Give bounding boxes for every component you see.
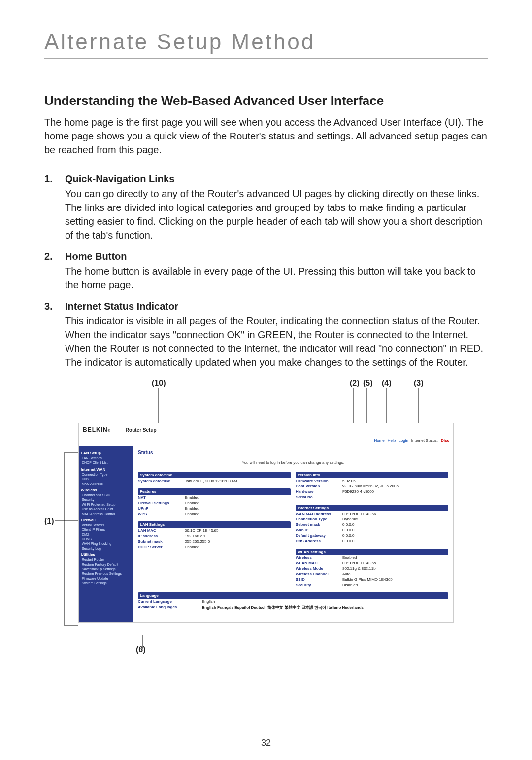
kv-row: SecurityDisabled [296,582,448,587]
sidebar-item[interactable]: Connection Type [82,473,131,477]
kv-key: Connection Type [296,517,342,521]
kv-value: F5D9230-4 v5000 [342,489,448,494]
kv-row: WPSEnabled [138,511,291,517]
kv-value: 192.168.2.1 [185,534,291,538]
kv-value: 00:1C:DF:1E:43:65 [185,528,291,533]
box-version-info: Version InfoFirmware Version5.02.05Boot … [296,472,448,500]
sidebar-item[interactable]: System Settings [82,581,131,585]
shot-header: BELKIN® Router Setup [79,423,453,436]
kv-key: LAN MAC [138,528,185,533]
sidebar-heading[interactable]: Wireless [81,488,131,492]
page-number: 32 [0,738,532,748]
router-setup-label: Router Setup [126,427,157,433]
sidebar-item[interactable]: Wi-Fi Protected Setup [82,503,131,507]
kv-row: DHCP ServerEnabled [138,544,291,550]
sidebar-item[interactable]: DHCP Client List [82,461,131,465]
sidebar-heading[interactable]: Internet WAN [81,467,131,472]
sidebar-item[interactable]: Channel and SSID [82,493,131,497]
status-value: Disc [441,438,449,443]
kv-key: SSID [296,577,342,582]
kv-value: 5.02.05 [342,479,448,483]
kv-row: Wan IP0.0.0.0 [296,527,448,533]
item-body: This indicator is visible in all pages o… [65,314,488,369]
kv-value: Disabled [342,583,448,587]
main-panel: Status You will need to log in before yo… [133,446,453,622]
callout-6: (6) [136,645,146,654]
kv-row: IP address192.168.2.1 [138,533,291,539]
kv-key: Boot Version [296,484,342,488]
sidebar-item[interactable]: LAN Settings [82,456,131,460]
sidebar-item[interactable]: WAN Ping Blocking [82,542,131,546]
kv-row: System date/timeJanuary 1 , 2008 12:01:0… [138,478,291,484]
box-internet-settings: Internet SettingsWAN MAC address00:1C:DF… [296,505,448,544]
callout-4: (4) [382,379,392,388]
sidebar-item[interactable]: Virtual Servers [82,523,131,527]
topbar: Home Help Login Internet Status: Disc [79,436,453,446]
kv-key: Subnet mask [138,539,185,544]
sidebar-item[interactable]: Restore Factory Default [82,563,131,567]
kv-value: 0.0.0.0 [342,533,448,538]
kv-key: WLAN MAC [296,561,342,565]
sidebar-item[interactable]: DNS [82,477,131,481]
kv-value: Enabled [185,545,291,549]
sidebar-heading[interactable]: Utilities [81,553,131,557]
kv-key: Wireless Mode [296,566,342,571]
sidebar-item[interactable]: Restore Previous Settings [82,572,131,576]
sidebar-heading[interactable]: LAN Setup [81,451,131,455]
logo-text: BELKIN [83,426,108,433]
sidebar-item[interactable]: DMZ [82,533,131,537]
item-body: You can go directly to any of the Router… [65,187,488,242]
kv-row: WLAN MAC00:1C:DF:1E:43:65 [296,560,448,566]
page-title: Alternate Setup Method [44,30,488,54]
help-link[interactable]: Help [388,438,396,443]
kv-row: LAN MAC00:1C:DF:1E:43:65 [138,528,291,533]
sidebar-item[interactable]: Security Log [82,547,131,551]
kv-row: Connection TypeDynamic [296,517,448,522]
sidebar-item[interactable]: Security [82,498,131,502]
sidebar-item[interactable]: DDNS [82,537,131,541]
kv-key: Default gateway [296,533,342,538]
sidebar: LAN SetupLAN SettingsDHCP Client ListInt… [79,446,133,622]
kv-key: Serial No. [296,495,342,499]
kv-value: Enabled [185,495,291,500]
logo-reg: ® [108,429,111,432]
grid-row-1: System date/timeSystem date/timeJanuary … [138,472,448,592]
kv-row: DNS Address0.0.0.0 [296,538,448,544]
box-heading: WLAN settings [296,549,448,555]
list-item-2: Home Button The home button is available… [44,251,488,292]
kv-key: Firmware Version [296,479,342,483]
kv-row: HardwareF5D9230-4 v5000 [296,489,448,494]
kv-value: 0.0.0.0 [342,528,448,532]
kv-key: Wan IP [296,528,342,532]
diagram-wrap: (10) (2) (5) (4) (3) (1) (7) (9) (8) (6) [44,379,488,670]
sidebar-item[interactable]: Restart Router [82,558,131,562]
item-title: Quick-Navigation Links [65,173,488,185]
box-heading: Language [138,592,448,599]
sidebar-item[interactable]: MAC Address [82,482,131,486]
kv-key: UPnP [138,506,185,511]
sidebar-item[interactable]: Firmware Update [82,577,131,581]
sidebar-item[interactable]: Use as Access Point [82,507,131,511]
kv-row: Default gateway0.0.0.0 [296,533,448,538]
sidebar-heading[interactable]: Firewall [81,518,131,522]
sidebar-item[interactable]: Save/Backup Settings [82,567,131,571]
item-body: The home button is available in every pa… [65,264,488,292]
home-link[interactable]: Home [374,438,384,443]
kv-key: WPS [138,512,185,516]
kv-value: 802.11g & 802.11b [342,566,448,571]
title-rule [44,58,488,59]
kv-value: Enabled [185,501,291,505]
kv-key: DNS Address [296,539,342,543]
login-link[interactable]: Login [399,438,408,443]
sidebar-item[interactable]: Client IP Filters [82,528,131,532]
kv-key: DHCP Server [138,545,185,549]
sidebar-item[interactable]: MAC Address Control [82,512,131,516]
kv-row: Boot Versionv2_0 - built 02:26 32, Jul 5… [296,484,448,489]
box-heading: Features [138,488,291,495]
box-heading: System date/time [138,472,291,478]
kv-value [342,495,448,499]
kv-row: UPnPEnabled [138,506,291,511]
kv-key: Wireless Channel [296,572,342,576]
kv-row: WirelessEnabled [296,555,448,560]
login-note: You will need to log in before you can c… [138,460,448,465]
